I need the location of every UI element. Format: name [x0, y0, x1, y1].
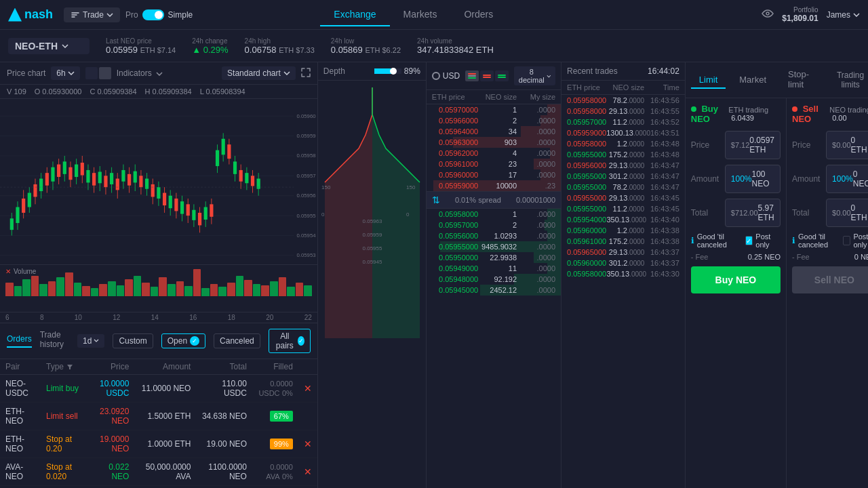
user-button[interactable]: James [827, 10, 860, 20]
cancel-order-button[interactable]: ✕ [304, 439, 312, 449]
svg-rect-32 [51, 167, 54, 182]
ask-row[interactable]: 0.05963000 903 .0000 [427, 137, 561, 148]
view-bids-button[interactable] [495, 70, 509, 81]
all-pairs-filter-button[interactable]: All pairs ✓ [269, 329, 311, 353]
view-both-button[interactable] [465, 70, 479, 81]
trade-button[interactable]: Trade [64, 7, 120, 22]
indicators-button[interactable]: Indicators [117, 68, 163, 78]
trade-time: 16:43:47 [644, 183, 679, 191]
volume-bar-item [287, 287, 295, 296]
limit-tab[interactable]: Limit [691, 72, 726, 89]
orders-tab[interactable]: Orders [7, 334, 32, 348]
sell-fee-row: - Fee 0 NEO [792, 253, 868, 261]
bid-row[interactable]: 0.05948000 92.192 .0000 [427, 274, 561, 285]
bid-row[interactable]: 0.05957000 2 .0000 [427, 220, 561, 230]
usd-radio[interactable] [432, 72, 440, 80]
table-row: NEO-USDC Limit buy 10.0000 USDC 11.0000 … [0, 375, 317, 403]
cancel-order-button[interactable]: ✕ [304, 383, 312, 394]
info-icon[interactable]: ℹ [792, 236, 795, 245]
bid-row[interactable]: 0.05945000 2452.12 .0000 [427, 285, 561, 296]
svg-rect-52 [110, 173, 113, 184]
buysell-body: Buy NEO ETH trading 6.0439 Price $7.12 0… [686, 98, 868, 488]
trade-price: 0.05957000 [567, 118, 609, 126]
ask-my-size: .0000 [517, 106, 555, 114]
expand-button[interactable] [301, 68, 311, 79]
timeframe-button[interactable]: 6h [51, 66, 79, 80]
ask-row[interactable]: 0.05959000 10000 .23 [427, 180, 561, 191]
order-filled: 0.0000 AVA 0% [252, 458, 298, 486]
check-icon: ✓ [298, 336, 304, 346]
stop-limit-tab[interactable]: Stop-limit [780, 66, 826, 94]
bid-price: 0.05958000 [432, 210, 478, 218]
bid-row[interactable]: 0.05949000 11 .0000 [427, 263, 561, 274]
tab-exchange[interactable]: Exchange [320, 3, 389, 26]
bid-row[interactable]: 0.05955000 9485.9032 .0000 [427, 241, 561, 252]
view-asks-button[interactable] [480, 70, 494, 81]
buy-neo-button[interactable]: Buy NEO [691, 266, 781, 293]
market-tab[interactable]: Market [731, 72, 774, 89]
trading-limits-button[interactable]: Trading limits [831, 70, 868, 89]
svg-rect-90 [222, 139, 225, 155]
sell-total-input[interactable]: $0.00 0 ETH [826, 199, 868, 227]
buy-amount-input[interactable]: 100% 100 NEO [725, 165, 781, 193]
tab-markets[interactable]: Markets [390, 3, 451, 26]
trade-time: 16:43:38 [644, 226, 679, 235]
x-axis: 6 8 10 12 14 16 18 20 22 [0, 312, 317, 323]
buy-total-input[interactable]: $712.00 5.97 ETH [725, 199, 781, 227]
bid-row[interactable]: 0.05950000 22.9938 .0000 [427, 252, 561, 263]
ask-row[interactable]: 0.05966000 2 .0000 [427, 115, 561, 126]
custom-filter-button[interactable]: Custom [113, 333, 153, 348]
cancel-order-button[interactable]: ✕ [304, 466, 312, 477]
tab-orders[interactable]: Orders [450, 3, 507, 26]
info-icon[interactable]: ℹ [691, 236, 694, 245]
ask-row[interactable]: 0.05961000 23 .0000 [427, 159, 561, 169]
trade-time: 16:43:45 [644, 205, 679, 213]
ask-row[interactable]: 0.05962000 4 .0000 [427, 148, 561, 159]
chevron-down-icon [68, 71, 75, 75]
sell-neo-button[interactable]: Sell NEO [792, 266, 868, 293]
toggle-switch[interactable] [142, 9, 164, 20]
order-cancel[interactable]: ✕ [298, 375, 317, 403]
line-chart-icon[interactable] [99, 67, 111, 79]
order-cancel[interactable]: ✕ [298, 430, 317, 458]
bid-row[interactable]: 0.05956000 1.0293 .0000 [427, 230, 561, 241]
ask-row[interactable]: 0.05970000 1 .0000 [427, 104, 561, 115]
order-filled: 99% [252, 430, 298, 458]
candle-chart-icon[interactable] [85, 67, 98, 79]
volume-bar-item [134, 276, 142, 296]
buy-amount-row: Amount 100% 100 NEO [691, 165, 781, 193]
decimal-button[interactable]: 8 decimal [514, 66, 555, 85]
sell-price-input[interactable]: $0.00 0 ETH [826, 131, 868, 159]
close-volume-icon[interactable]: ✕ [5, 268, 11, 275]
svg-rect-78 [186, 204, 190, 216]
svg-rect-96 [239, 170, 243, 182]
chart-type-button[interactable]: Standard chart [222, 66, 296, 80]
pair-selector[interactable]: NEO-ETH [8, 38, 90, 54]
eye-icon[interactable] [762, 9, 774, 20]
trade-size: 301.2.0000 [609, 172, 645, 180]
ask-row[interactable]: 0.05960000 17 .0000 [427, 169, 561, 180]
open-filter-button[interactable]: Open ✓ [161, 333, 205, 348]
depth-header: Depth 89% [318, 62, 426, 81]
check-icon: ✓ [190, 336, 199, 346]
trade-row: 0.05956000 29.13.0000 16:43:47 [561, 160, 685, 171]
bid-row[interactable]: 0.05958000 1 .0000 [427, 209, 561, 220]
sell-post-only-checkbox[interactable] [843, 236, 850, 245]
orderbook-columns: ETH price NEO size My size [427, 90, 561, 104]
24h-volume: 24h volume 347.41833842 ETH [417, 37, 494, 55]
buy-options-row: ℹ Good 'til canceled Post only [691, 232, 781, 249]
volume-bar-item [5, 283, 14, 296]
period-button[interactable]: 1d [77, 334, 104, 348]
buy-price-input[interactable]: $7.12 0.0597 ETH [725, 131, 781, 159]
canceled-filter-button[interactable]: Canceled [214, 333, 260, 348]
sell-dot [792, 106, 797, 112]
order-cancel[interactable]: ✕ [298, 458, 317, 486]
trade-history-tab[interactable]: Trade history [40, 330, 64, 352]
order-pair: AVA-NEO [0, 458, 41, 486]
trade-time: 16:43:30 [646, 270, 679, 278]
ask-row[interactable]: 0.05964000 34 .0000 [427, 126, 561, 137]
sell-amount-input[interactable]: 100% 0 NEO [826, 165, 868, 193]
svg-text:0: 0 [321, 211, 325, 218]
post-only-checkbox[interactable] [745, 236, 753, 245]
candlestick-svg: 0.05960 0.05959 0.05958 0.05957 0.05956 … [0, 99, 317, 264]
